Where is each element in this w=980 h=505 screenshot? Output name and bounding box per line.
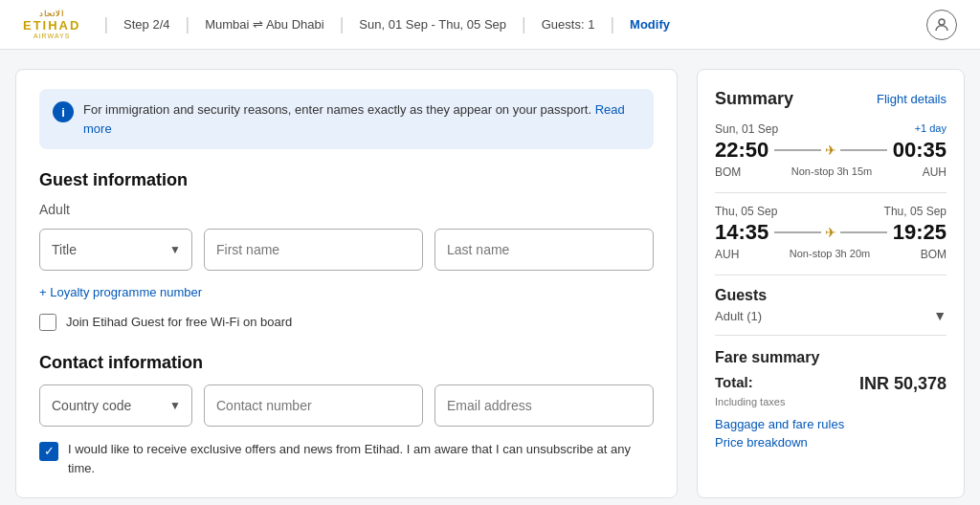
flight-date-row-1: Sun, 01 Sep +1 day bbox=[715, 122, 947, 136]
fare-divider bbox=[715, 335, 947, 336]
contact-information-section: Contact information Country code ▼ ✓ bbox=[39, 353, 654, 478]
step-indicator: Step 2/4 bbox=[123, 17, 169, 32]
flight-dep-time-2: 14:35 bbox=[715, 220, 768, 245]
modify-button[interactable]: Modify bbox=[630, 17, 670, 32]
flight-arr-date-2: Thu, 05 Sep bbox=[884, 205, 947, 218]
offers-checkbox-row: ✓ I would like to receive exclusive offe… bbox=[39, 440, 654, 478]
guests-divider bbox=[715, 274, 947, 275]
summary-title: Summary bbox=[715, 89, 793, 109]
divider-3: | bbox=[340, 14, 345, 34]
flight-arr-airport-1: AUH bbox=[923, 165, 947, 179]
title-field: Title ▼ bbox=[39, 229, 192, 271]
country-code-field: Country code ▼ bbox=[39, 384, 192, 427]
last-name-input[interactable] bbox=[434, 229, 654, 271]
flight-arr-time-1: 00:35 bbox=[893, 138, 947, 163]
guests-header: Guests bbox=[715, 287, 947, 304]
flight-dep-airport-2: AUH bbox=[715, 248, 739, 261]
flight-segment-1: Sun, 01 Sep +1 day 22:50 ✈ 00:35 BOM Non… bbox=[715, 122, 947, 179]
plane-icon-1: ✈ bbox=[825, 143, 836, 158]
guests-title: Guests bbox=[715, 287, 767, 304]
flight-dep-date-1: Sun, 01 Sep bbox=[715, 122, 778, 136]
fare-total-amount: INR 50,378 bbox=[859, 374, 947, 394]
user-icon bbox=[933, 16, 950, 33]
flight-divider bbox=[715, 192, 947, 193]
guests-detail-row[interactable]: Adult (1) ▼ bbox=[715, 308, 947, 323]
divider-1: | bbox=[103, 14, 108, 34]
flight-arr-time-2: 19:25 bbox=[893, 220, 947, 245]
flight-airports-2: AUH Non-stop 3h 20m BOM bbox=[715, 248, 947, 261]
flight-times-2: 14:35 ✈ 19:25 bbox=[715, 220, 947, 245]
dates-label: Sun, 01 Sep - Thu, 05 Sep bbox=[359, 17, 506, 32]
title-select[interactable]: Title bbox=[39, 229, 192, 271]
email-field bbox=[434, 384, 654, 427]
main-layout: i For immigration and security reasons, … bbox=[0, 50, 980, 505]
wifi-checkbox-row: Join Etihad Guest for free Wi-Fi on boar… bbox=[39, 313, 654, 332]
flight-dep-airport-1: BOM bbox=[715, 165, 741, 179]
email-input[interactable] bbox=[434, 384, 654, 427]
divider-2: | bbox=[186, 14, 190, 34]
flight-dep-time-1: 22:50 bbox=[715, 138, 768, 163]
flight-times-1: 22:50 ✈ 00:35 bbox=[715, 138, 947, 163]
info-banner: i For immigration and security reasons, … bbox=[39, 89, 654, 149]
logo-brand: ETIHAD bbox=[23, 18, 80, 33]
offers-checkbox[interactable]: ✓ bbox=[39, 442, 58, 461]
summary-header: Summary Flight details bbox=[715, 89, 947, 109]
flight-nonstop-2: Non-stop 3h 20m bbox=[790, 248, 870, 261]
left-panel: i For immigration and security reasons, … bbox=[15, 69, 678, 498]
svg-point-0 bbox=[939, 19, 945, 25]
header: الاتحاد ETIHAD AIRWAYS | Step 2/4 | Mumb… bbox=[0, 0, 980, 50]
contact-fields-row: Country code ▼ bbox=[39, 384, 654, 427]
flight-arrow-2: ✈ bbox=[774, 225, 886, 240]
offers-label: I would like to receive exclusive offers… bbox=[68, 440, 654, 478]
flight-details-link[interactable]: Flight details bbox=[877, 92, 947, 106]
flight-nonstop-1: Non-stop 3h 15m bbox=[791, 165, 872, 179]
contact-number-field bbox=[204, 384, 423, 427]
flight-line-right-2 bbox=[840, 231, 887, 233]
wifi-label: Join Etihad Guest for free Wi-Fi on boar… bbox=[66, 313, 292, 332]
divider-4: | bbox=[522, 14, 526, 34]
flight-line-left-1 bbox=[774, 149, 821, 151]
flight-segment-2: Thu, 05 Sep Thu, 05 Sep 14:35 ✈ 19:25 AU… bbox=[715, 205, 947, 261]
name-fields-row: Title ▼ bbox=[39, 229, 654, 271]
guests-adult-label: Adult (1) bbox=[715, 309, 762, 323]
adult-label: Adult bbox=[39, 202, 654, 217]
logo: الاتحاد ETIHAD AIRWAYS bbox=[23, 10, 80, 39]
guest-info-title: Guest information bbox=[39, 170, 654, 190]
info-icon: i bbox=[53, 101, 74, 122]
flight-date-row-2: Thu, 05 Sep Thu, 05 Sep bbox=[715, 205, 947, 218]
country-code-select[interactable]: Country code bbox=[39, 384, 192, 427]
fare-total-label: Total: bbox=[715, 374, 753, 390]
fare-title: Fare summary bbox=[715, 349, 947, 366]
guests-chevron-icon: ▼ bbox=[933, 308, 947, 323]
flight-line-right-1 bbox=[840, 149, 887, 151]
loyalty-programme-link[interactable]: + Loyalty programme number bbox=[39, 285, 202, 299]
first-name-input[interactable] bbox=[204, 229, 423, 271]
divider-5: | bbox=[610, 14, 614, 34]
wifi-checkbox[interactable] bbox=[39, 314, 56, 331]
right-panel: Summary Flight details Sun, 01 Sep +1 da… bbox=[697, 69, 965, 498]
fare-tax-note: Including taxes bbox=[715, 396, 947, 407]
flight-line-left-2 bbox=[774, 231, 821, 233]
route-label: Mumbai ⇌ Abu Dhabi bbox=[205, 17, 323, 32]
user-account-button[interactable] bbox=[926, 10, 957, 40]
flight-airports-1: BOM Non-stop 3h 15m AUH bbox=[715, 165, 947, 179]
baggage-fare-rules-link[interactable]: Baggage and fare rules bbox=[715, 417, 947, 431]
guest-information-section: Guest information Adult Title ▼ + Loyalt… bbox=[39, 170, 654, 332]
contact-number-input[interactable] bbox=[204, 384, 423, 427]
flight-arr-airport-2: BOM bbox=[921, 248, 947, 261]
contact-info-title: Contact information bbox=[39, 353, 654, 373]
logo-arabic: الاتحاد bbox=[39, 10, 64, 18]
guests-label: Guests: 1 bbox=[542, 17, 595, 32]
flight-plus-day-1: +1 day bbox=[915, 122, 947, 136]
plane-icon-2: ✈ bbox=[825, 225, 836, 240]
price-breakdown-link[interactable]: Price breakdown bbox=[715, 435, 947, 450]
flight-dep-date-2: Thu, 05 Sep bbox=[715, 205, 777, 218]
first-name-field bbox=[204, 229, 423, 271]
guests-section: Guests Adult (1) ▼ bbox=[715, 287, 947, 323]
last-name-field bbox=[434, 229, 654, 271]
fare-section: Fare summary Total: INR 50,378 Including… bbox=[715, 349, 947, 450]
flight-arrow-1: ✈ bbox=[774, 143, 886, 158]
info-text: For immigration and security reasons, en… bbox=[83, 100, 640, 138]
checkmark-icon: ✓ bbox=[44, 444, 55, 458]
fare-total-row: Total: INR 50,378 bbox=[715, 374, 947, 394]
